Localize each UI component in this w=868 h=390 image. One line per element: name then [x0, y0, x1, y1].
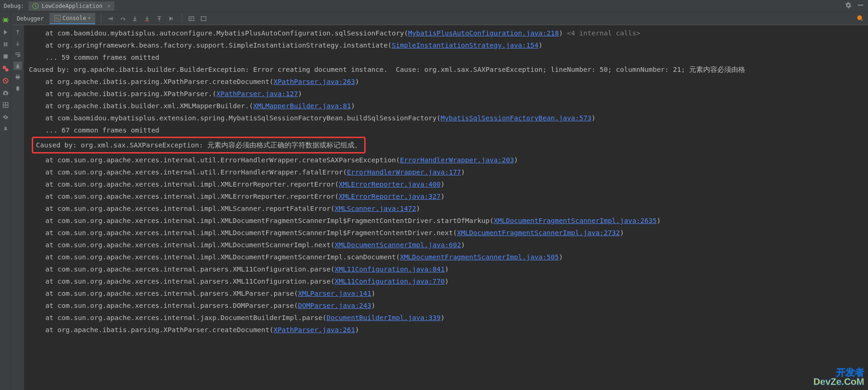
debugger-tab-label: Debugger: [17, 15, 44, 22]
svg-rect-5: [3, 55, 7, 59]
pin-icon[interactable]: [1, 125, 10, 133]
log-line: ... 59 common frames omitted: [24, 51, 868, 63]
watermark: 开发者 DevZe.CoM: [813, 368, 864, 386]
print-icon[interactable]: [14, 73, 22, 81]
svg-rect-15: [133, 20, 136, 21]
log-line: at org.apache.ibatis.builder.xml.XMLMapp…: [24, 100, 868, 112]
tab-label: LowCodeApplication: [42, 3, 102, 9]
gear-icon[interactable]: [845, 1, 852, 10]
source-link[interactable]: XMLErrorReporter.java:327: [339, 193, 440, 200]
source-link[interactable]: XPathParser.java:261: [274, 326, 355, 334]
svg-point-7: [5, 68, 8, 71]
source-link[interactable]: MybatisSqlSessionFactoryBean.java:573: [441, 114, 592, 122]
gear-sidebar-icon[interactable]: [1, 113, 10, 121]
log-line: at org.apache.ibatis.parsing.XPathParser…: [24, 88, 868, 100]
log-line: at com.sun.org.apache.xerces.internal.im…: [24, 202, 868, 215]
tab-console[interactable]: Console ▼: [49, 13, 95, 24]
console-tab-label: Console: [63, 15, 86, 21]
source-link[interactable]: XMLParser.java:141: [298, 290, 371, 297]
svg-rect-3: [4, 42, 5, 47]
source-link[interactable]: XMLDocumentFragmentScannerImpl.java:2635: [494, 217, 656, 224]
source-link[interactable]: DOMParser.java:243: [298, 302, 371, 309]
camera-icon[interactable]: [1, 89, 10, 97]
stop-icon[interactable]: [1, 52, 10, 61]
down-arrow-icon[interactable]: [14, 39, 22, 48]
log-line: at org.apache.ibatis.parsing.XPathParser…: [24, 76, 868, 88]
svg-rect-11: [4, 91, 7, 92]
view-toolbar: [182, 14, 208, 23]
watermark-line1: 开发者: [813, 368, 864, 377]
source-link[interactable]: XML11Configuration.java:770: [335, 278, 445, 285]
log-line: at org.springframework.beans.factory.sup…: [24, 39, 868, 51]
log-line: Caused by: org.xml.sax.SAXParseException…: [24, 136, 868, 154]
source-link[interactable]: XMLErrorReporter.java:400: [339, 181, 440, 188]
content-area: at com.baomidou.mybatisplus.autoconfigur…: [11, 25, 868, 390]
breakpoints-icon[interactable]: [1, 64, 10, 73]
svg-rect-23: [16, 75, 19, 77]
log-line: at com.sun.org.apache.xerces.internal.ja…: [24, 312, 868, 324]
source-link[interactable]: XMLDocumentScannerImpl.java:602: [335, 241, 461, 249]
scroll-end-icon[interactable]: [14, 62, 22, 70]
soft-wrap-icon[interactable]: [14, 50, 22, 59]
source-link[interactable]: XMLMapperBuilder.java:81: [253, 102, 351, 110]
svg-rect-18: [189, 16, 194, 21]
step-out-icon[interactable]: [155, 14, 164, 23]
watermark-line2: DevZe.CoM: [813, 377, 864, 386]
log-line: at com.sun.org.apache.xerces.internal.im…: [24, 178, 868, 190]
log-line: Caused by: org.apache.ibatis.builder.Bui…: [24, 63, 868, 76]
console-output[interactable]: at com.baomidou.mybatisplus.autoconfigur…: [24, 25, 868, 390]
source-link[interactable]: ErrorHandlerWrapper.java:177: [347, 168, 461, 176]
close-tab-icon[interactable]: ×: [107, 3, 110, 9]
pause-icon[interactable]: [1, 40, 10, 49]
minimize-icon[interactable]: [857, 1, 864, 10]
log-line: at com.sun.org.apache.xerces.internal.pa…: [24, 299, 868, 312]
svg-rect-13: [55, 15, 60, 21]
svg-point-6: [2, 66, 6, 69]
source-link[interactable]: DocumentBuilderImpl.java:339: [326, 314, 440, 321]
top-right-controls: [845, 1, 864, 10]
log-line: at com.sun.org.apache.xerces.internal.pa…: [24, 263, 868, 275]
log-line: ... 67 common frames omitted: [24, 124, 868, 136]
drop-frame-icon[interactable]: [167, 14, 176, 23]
log-line: at com.sun.org.apache.xerces.internal.im…: [24, 215, 868, 227]
source-link[interactable]: SimpleInstantiationStrategy.java:154: [392, 42, 538, 49]
play-icon[interactable]: [1, 28, 10, 36]
log-line: at com.sun.org.apache.xerces.internal.im…: [24, 190, 868, 202]
layout-icon[interactable]: [1, 101, 10, 109]
trash-icon[interactable]: [14, 84, 22, 92]
exclude-icon[interactable]: [1, 77, 10, 85]
svg-point-2: [4, 18, 7, 22]
log-line: at org.apache.ibatis.parsing.XPathParser…: [24, 324, 868, 336]
force-step-into-icon[interactable]: [142, 14, 152, 23]
svg-rect-14: [112, 17, 113, 20]
log-line: at com.sun.org.apache.xerces.internal.ut…: [24, 154, 868, 166]
source-link[interactable]: XMLDocumentFragmentScannerImpl.java:505: [400, 253, 558, 261]
source-link[interactable]: XMLScanner.java:1472: [335, 205, 416, 212]
source-link[interactable]: XML11Configuration.java:841: [335, 265, 445, 273]
log-line: at com.sun.org.apache.xerces.internal.ut…: [24, 166, 868, 178]
trace-icon[interactable]: [199, 14, 208, 23]
left-sidebar: [0, 12, 11, 390]
warning-icon[interactable]: [856, 14, 863, 23]
bug-icon[interactable]: [1, 16, 10, 24]
svg-rect-1: [858, 5, 863, 6]
source-link[interactable]: ErrorHandlerWrapper.java:203: [400, 156, 514, 164]
log-line: at com.baomidou.mybatisplus.autoconfigur…: [24, 27, 868, 39]
evaluate-icon[interactable]: [187, 14, 196, 23]
log-line: at com.sun.org.apache.xerces.internal.im…: [24, 227, 868, 239]
show-exec-icon[interactable]: [106, 14, 115, 23]
up-arrow-icon[interactable]: [14, 28, 22, 36]
step-into-icon[interactable]: [130, 14, 140, 23]
run-config-tab[interactable]: LowCodeApplication ×: [28, 1, 114, 11]
debug-toolbar: [101, 14, 176, 23]
step-over-icon[interactable]: [118, 14, 127, 23]
secondary-bar: Debugger Console ▼: [0, 12, 868, 25]
svg-point-10: [4, 92, 6, 94]
nav-gutter: [11, 25, 24, 390]
svg-rect-16: [145, 20, 148, 21]
tab-debugger[interactable]: Debugger: [12, 14, 49, 24]
source-link[interactable]: XPathParser.java:263: [274, 78, 355, 85]
source-link[interactable]: XPathParser.java:127: [217, 90, 298, 98]
source-link[interactable]: XMLDocumentFragmentScannerImpl.java:2732: [457, 229, 620, 237]
source-link[interactable]: MybatisPlusAutoConfiguration.java:218: [408, 29, 559, 37]
